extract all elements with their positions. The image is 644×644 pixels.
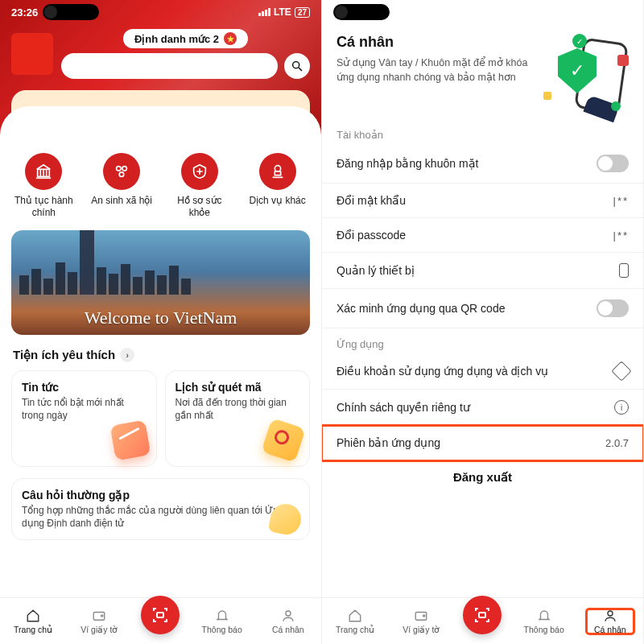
svg-rect-14 [157,613,163,617]
svg-point-7 [117,167,122,171]
wallet-icon [91,609,107,623]
row-label: Chính sách quyền riêng tư [336,401,470,414]
row-label: Phiên bản ứng dụng [336,436,440,449]
phone-home-screen: 23:26 LTE 27 Định danh mức 2 ★ [0,0,322,644]
svg-rect-18 [479,613,485,617]
nav-home[interactable]: Trang chủ [9,609,57,634]
nav-label: Ví giấy tờ [402,625,440,634]
nav-label: Ví giấy tờ [80,625,118,634]
quick-actions-row: Thủ tục hành chính An sinh xã hội Hồ sơ … [0,138,321,227]
person-icon [602,609,618,623]
status-bar: 23:26 LTE 27 [0,0,321,23]
bottom-nav: Trang chủ Ví giấy tờ Thông báo Cá nhân [322,597,643,644]
row-face-login[interactable]: Đăng nhập bằng khuôn mặt [322,144,643,184]
tile-title: Tin tức [22,381,147,394]
quick-action-health[interactable]: Hồ sơ sức khỏe [167,153,232,219]
bell-icon [536,609,552,623]
tile-title: Lịch sử quét mã [175,381,300,394]
nav-wallet[interactable]: Ví giấy tờ [75,609,123,634]
home-icon [25,609,41,623]
nav-profile[interactable]: Cá nhân [264,609,312,634]
row-change-password[interactable]: Đổi mật khẩu |** [322,184,643,218]
row-label: Xác minh ứng dụng qua QR code [336,302,505,315]
row-verify-qr[interactable]: Xác minh ứng dụng qua QR code [322,289,643,328]
row-terms[interactable]: Điều khoản sử dụng ứng dụng và dịch vụ [322,353,643,390]
nav-label: Thông báo [524,625,564,634]
star-icon: ★ [224,32,237,45]
nav-home[interactable]: Trang chủ [331,609,379,634]
row-app-version[interactable]: Phiên bản ứng dụng 2.0.7 [322,426,643,460]
group-account-label: Tài khoản [322,119,643,144]
dynamic-island [333,4,390,20]
search-input[interactable] [61,53,278,79]
nav-notifications[interactable]: Thông báo [198,609,246,634]
nav-label: Thông báo [202,625,242,634]
toggle-switch[interactable] [597,299,629,317]
skyline-art [11,246,310,295]
home-icon [347,609,363,623]
profile-header: Cá nhân Sử dụng Vân tay / Khuôn mặt để m… [322,23,643,119]
svg-point-9 [119,172,124,177]
nav-scan-fab[interactable] [463,596,502,634]
tile-scan-history[interactable]: Lịch sử quét mã Nơi đã đến trong thời gi… [165,370,311,467]
toggle-switch[interactable] [597,155,629,172]
lock-info-icon: i [614,400,629,415]
identity-row: Định danh mức 2 ★ [0,23,321,79]
search-button[interactable] [284,53,310,79]
tile-title: Câu hỏi thường gặp [22,489,299,502]
row-label: Đổi mật khẩu [336,194,406,207]
row-manage-devices[interactable]: Quản lý thiết bị [322,253,643,289]
logout-button[interactable]: Đăng xuất [322,460,643,494]
page-title: Cá nhân [336,34,529,51]
favorites-tiles-row: Tin tức Tin tức nổi bật mới nhất trong n… [0,367,321,470]
quick-action-social[interactable]: An sinh xã hội [89,153,154,219]
nav-label: Cá nhân [272,625,304,634]
masked-value: |** [613,229,630,242]
row-label: Đổi passcode [336,229,406,242]
nav-scan-fab[interactable] [141,596,180,634]
nav-notifications[interactable]: Thông báo [520,609,568,634]
status-bar [322,0,643,23]
tile-subtitle: Tin tức nổi bật mới nhất trong ngày [22,396,147,422]
identity-level-label: Định danh mức 2 [134,33,219,45]
check-badge-icon: ✓ [572,34,587,48]
identity-level-chip[interactable]: Định danh mức 2 ★ [123,29,248,48]
scan-icon [473,605,492,625]
bank-icon [25,153,62,190]
row-label: Điều khoản sử dụng ứng dụng và dịch vụ [336,365,548,378]
row-label: Đăng nhập bằng khuôn mặt [336,157,478,170]
dynamic-island [43,4,99,20]
nav-wallet[interactable]: Ví giấy tờ [397,609,445,634]
welcome-banner[interactable]: Welcome to VietNam [11,230,310,335]
health-icon [181,153,218,190]
phone-profile-screen: Cá nhân Sử dụng Vân tay / Khuôn mặt để m… [322,0,644,644]
group-app-label: Ứng dụng [322,328,643,353]
signal-icon [258,8,270,16]
chevron-right-icon: › [120,348,134,362]
row-privacy[interactable]: Chính sách quyền riêng tư i [322,390,643,426]
favorites-section-title[interactable]: Tiện ích yêu thích › [0,343,321,367]
tile-news[interactable]: Tin tức Tin tức nổi bật mới nhất trong n… [11,370,157,467]
stamp-icon [259,153,296,190]
avatar[interactable] [11,33,53,75]
quick-action-admin[interactable]: Thủ tục hành chính [11,153,76,219]
tile-faq[interactable]: Câu hỏi thường gặp Tổng hợp những thắc m… [11,478,310,540]
svg-point-17 [423,614,425,616]
device-icon [619,263,629,278]
status-time: 23:26 [11,6,38,19]
quick-action-label: Dịch vụ khác [249,195,305,207]
wallet-icon [413,609,429,623]
row-change-passcode[interactable]: Đổi passcode |** [322,218,643,253]
quick-action-more[interactable]: Dịch vụ khác [246,153,310,219]
svg-point-0 [293,62,299,68]
section-title-text: Tiện ích yêu thích [13,348,115,362]
tile-subtitle: Tổng hợp những thắc mắc của người dùng l… [22,504,299,530]
bottom-nav: Trang chủ Ví giấy tờ Thông báo Cá nhân [0,597,321,644]
network-label: LTE [274,6,291,18]
ruler-icon [611,361,631,381]
svg-point-13 [101,614,103,616]
promo-card-peek[interactable] [11,90,310,114]
nav-label: Trang chủ [14,625,52,634]
person-icon [280,609,296,623]
nav-profile[interactable]: Cá nhân [586,609,634,634]
